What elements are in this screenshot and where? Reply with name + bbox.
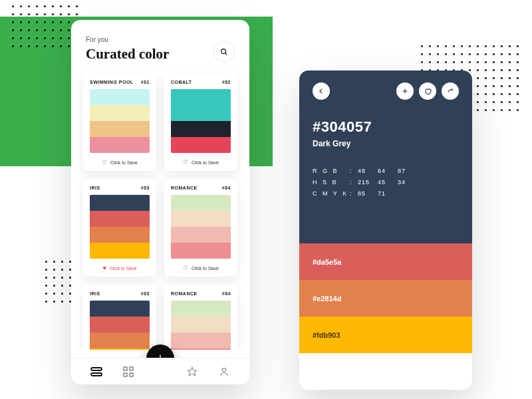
card-header: SWIMMING POOL#01 [90, 80, 150, 84]
page-title: Curated color [86, 46, 169, 63]
svg-rect-4 [91, 368, 102, 370]
palette-card[interactable]: IRIS#03♡Click to Save [83, 285, 156, 350]
hsb-values: 2154534 [358, 177, 418, 188]
main-color-name: Dark Grey [313, 139, 459, 148]
swatch [171, 332, 231, 348]
svg-rect-5 [91, 373, 102, 376]
swatch [90, 105, 150, 121]
palette-number: #03 [141, 186, 150, 190]
bottom-nav [71, 358, 249, 384]
swatch-stack [90, 301, 150, 350]
save-label: Click to Save [110, 160, 138, 165]
card-header: IRIS#03 [90, 291, 150, 296]
swatch [90, 332, 150, 348]
palette-name: SWIMMING POOL [90, 80, 134, 84]
svg-line-1 [225, 53, 227, 55]
nav-profile[interactable] [218, 366, 230, 378]
chevron-left-icon [318, 88, 325, 94]
palette-detail-screen: #304057 Dark Grey R G B:486487 H S B:215… [299, 70, 472, 390]
nav-palettes[interactable] [90, 366, 102, 378]
save-button[interactable]: ♥Click to Save [90, 265, 150, 271]
palette-number: #03 [141, 291, 150, 296]
color-strip[interactable]: #e2814d [299, 280, 472, 317]
color-strip[interactable]: #da5e5a [299, 243, 472, 280]
swatch-stack [171, 89, 231, 153]
cmyk-values: 8571 [358, 188, 418, 200]
palette-number: #01 [141, 80, 150, 84]
detail-toolbar [313, 82, 459, 100]
color-strip[interactable]: #fdb903 [299, 317, 472, 353]
heart-icon: ♡ [183, 159, 188, 166]
swatch [90, 301, 150, 317]
strip-hex: #e2814d [313, 295, 341, 303]
palette-name: ROMANCE [171, 186, 198, 190]
heart-icon: ♥ [102, 265, 106, 271]
palette-number: #04 [222, 186, 231, 190]
card-header: ROMANCE#04 [171, 186, 231, 190]
swatch [171, 243, 231, 259]
heart-icon: ♡ [183, 265, 188, 271]
swatch [171, 195, 231, 211]
svg-rect-8 [124, 373, 127, 376]
swatch [90, 195, 150, 211]
palette-card[interactable]: ROMANCE#04♡Click to Save [164, 179, 237, 277]
save-button[interactable]: ♡Click to Save [90, 159, 150, 166]
palette-card[interactable]: ROMANCE#04♡Click to Save [164, 285, 237, 350]
strip-hex: #da5e5a [313, 258, 341, 266]
card-header: IRIS#03 [90, 186, 150, 190]
svg-marker-10 [188, 367, 196, 376]
swatch-stack [171, 195, 231, 259]
palette-number: #02 [222, 80, 231, 84]
share-button[interactable] [442, 82, 459, 100]
color-metadata: R G B:486487 H S B:2154534 C M Y K:8571 [313, 166, 459, 200]
main-color-hex: #304057 [313, 118, 459, 136]
svg-point-11 [222, 368, 225, 371]
svg-rect-7 [130, 367, 133, 370]
card-header: ROMANCE#04 [171, 291, 231, 296]
nav-grid[interactable] [122, 366, 134, 378]
swatch [171, 121, 231, 137]
swatch [90, 317, 150, 332]
palette-name: COBALT [171, 80, 192, 84]
swatch [90, 348, 150, 350]
swatch [90, 243, 150, 259]
save-label: Click to Save [110, 266, 137, 271]
heart-icon: ♡ [102, 159, 107, 166]
add-button[interactable] [396, 82, 414, 100]
rgb-label: R G B [313, 166, 350, 177]
list-header: For you Curated color [71, 20, 249, 70]
save-label: Click to Save [192, 266, 219, 271]
save-button[interactable]: ♡Click to Save [171, 265, 231, 271]
swatch [90, 89, 150, 105]
share-icon [447, 88, 454, 95]
heart-icon [424, 88, 432, 95]
save-button[interactable]: ♡Click to Save [171, 159, 231, 166]
svg-rect-9 [130, 373, 133, 376]
svg-point-0 [221, 49, 226, 54]
swatch [171, 137, 231, 153]
svg-rect-6 [124, 367, 127, 370]
swatch [171, 301, 231, 317]
swatch [171, 317, 231, 332]
nav-favorites[interactable] [186, 366, 198, 378]
header-kicker: For you [86, 36, 169, 43]
palette-card[interactable]: COBALT#02♡Click to Save [164, 73, 237, 171]
card-header: COBALT#02 [171, 80, 231, 84]
search-icon [220, 48, 228, 56]
palette-card[interactable]: SWIMMING POOL#01♡Click to Save [83, 73, 156, 171]
palette-list-screen: For you Curated color SWIMMING POOL#01♡C… [71, 20, 249, 384]
swatch-stack [90, 195, 150, 259]
palette-card[interactable]: IRIS#03♥Click to Save [83, 179, 156, 277]
hsb-label: H S B [313, 177, 350, 188]
palette-name: ROMANCE [171, 291, 198, 296]
swatch [171, 105, 231, 121]
back-button[interactable] [313, 82, 330, 100]
search-button[interactable] [213, 41, 235, 63]
swatch [171, 89, 231, 105]
palette-name: IRIS [90, 186, 100, 190]
palette-name: IRIS [90, 291, 100, 296]
favorite-button[interactable] [419, 82, 436, 100]
strip-hex: #fdb903 [313, 331, 340, 339]
cmyk-label: C M Y K [313, 188, 350, 200]
swatch [171, 227, 231, 243]
